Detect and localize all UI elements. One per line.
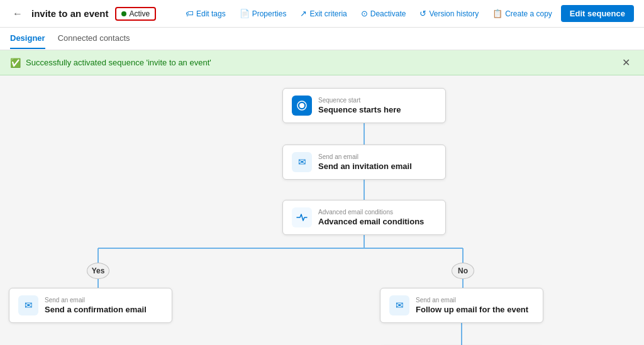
- sequence-start-icon: [292, 96, 312, 116]
- advanced-conditions-1-title: Advanced email conditions: [318, 217, 424, 226]
- node-advanced-conditions-1[interactable]: Advanced email conditions Advanced email…: [282, 200, 446, 235]
- exit-criteria-label: Exit criteria: [309, 9, 347, 18]
- node-send-email-1[interactable]: ✉ Send an email Send an invitation email: [282, 145, 446, 180]
- node-send-confirmation[interactable]: ✉ Send an email Send a confirmation emai…: [9, 288, 172, 323]
- tab-designer[interactable]: Designer: [10, 28, 45, 49]
- exit-criteria-icon: ↗: [300, 9, 307, 18]
- edit-tags-label: Edit tags: [196, 9, 226, 18]
- banner-content: ✅ Successfully activated sequence 'invit…: [10, 58, 211, 68]
- tab-connected-contacts[interactable]: Connected contacts: [58, 28, 130, 49]
- deactivate-button[interactable]: ⊙ Deactivate: [356, 6, 411, 21]
- flow-canvas: Sequence start Sequence starts here ✉ Se…: [0, 75, 644, 345]
- advanced-conditions-1-label: Advanced email conditions: [318, 209, 424, 216]
- success-icon: ✅: [10, 58, 21, 68]
- version-history-button[interactable]: ↺ Version history: [414, 6, 484, 21]
- node-sequence-start-title: Sequence starts here: [318, 105, 401, 114]
- follow-up-icon: ✉: [389, 295, 409, 315]
- deactivate-label: Deactivate: [370, 9, 406, 18]
- edit-tags-button[interactable]: 🏷 Edit tags: [180, 6, 231, 21]
- active-dot-icon: [121, 11, 126, 16]
- active-badge: Active: [115, 7, 157, 21]
- page-title: invite to an event: [31, 8, 109, 19]
- header-right: 🏷 Edit tags 📄 Properties ↗ Exit criteria…: [180, 5, 634, 22]
- advanced-conditions-1-content: Advanced email conditions Advanced email…: [318, 209, 424, 226]
- header: ← invite to an event Active 🏷 Edit tags …: [0, 0, 644, 28]
- send-confirmation-title: Send a confirmation email: [45, 305, 147, 314]
- advanced-conditions-1-icon: [292, 207, 312, 227]
- flow-container: Sequence start Sequence starts here ✉ Se…: [0, 75, 644, 345]
- create-copy-button[interactable]: 📋 Create a copy: [487, 6, 557, 21]
- branch-yes-label: Yes: [87, 263, 109, 279]
- history-icon: ↺: [419, 9, 426, 18]
- header-left: ← invite to an event Active: [10, 6, 156, 22]
- send-confirmation-icon: ✉: [18, 295, 38, 315]
- send-email-1-icon: ✉: [292, 152, 312, 172]
- create-copy-label: Create a copy: [505, 9, 552, 18]
- properties-button[interactable]: 📄 Properties: [235, 6, 292, 21]
- send-confirmation-label: Send an email: [45, 297, 147, 304]
- deactivate-icon: ⊙: [361, 9, 368, 18]
- back-button[interactable]: ←: [10, 6, 25, 22]
- properties-icon: 📄: [240, 9, 250, 18]
- follow-up-content: Send an email Follow up email for the ev…: [416, 297, 528, 314]
- node-sequence-start[interactable]: Sequence start Sequence starts here: [282, 88, 446, 123]
- send-email-1-content: Send an email Send an invitation email: [318, 153, 412, 171]
- copy-icon: 📋: [492, 9, 502, 18]
- send-email-1-label: Send an email: [318, 153, 412, 160]
- send-confirmation-content: Send an email Send a confirmation email: [45, 297, 147, 314]
- follow-up-label: Send an email: [416, 297, 528, 304]
- close-banner-button[interactable]: ✕: [618, 55, 634, 70]
- success-banner: ✅ Successfully activated sequence 'invit…: [0, 50, 644, 75]
- tag-icon: 🏷: [186, 9, 194, 18]
- svg-point-10: [299, 103, 304, 108]
- active-label: Active: [130, 9, 150, 18]
- node-sequence-start-label: Sequence start: [318, 97, 401, 104]
- branch-no-label: No: [452, 263, 474, 279]
- sub-header: Designer Connected contacts: [0, 28, 644, 50]
- send-email-1-title: Send an invitation email: [318, 162, 412, 171]
- banner-message: Successfully activated sequence 'invite …: [26, 58, 211, 67]
- exit-criteria-button[interactable]: ↗ Exit criteria: [295, 6, 352, 21]
- version-history-label: Version history: [429, 9, 479, 18]
- node-sequence-start-content: Sequence start Sequence starts here: [318, 97, 401, 114]
- edit-sequence-button[interactable]: Edit sequence: [561, 5, 634, 22]
- node-follow-up-email[interactable]: ✉ Send an email Follow up email for the …: [380, 288, 543, 323]
- follow-up-title: Follow up email for the event: [416, 305, 528, 314]
- properties-label: Properties: [252, 9, 287, 18]
